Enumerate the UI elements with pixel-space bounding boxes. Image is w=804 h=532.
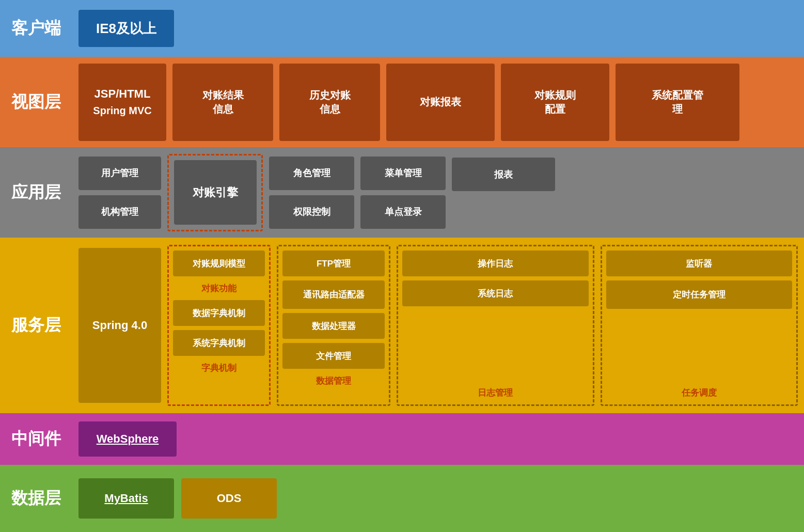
spring-box: Spring 4.0 [78, 248, 161, 403]
middleware-label: 中间件 [0, 413, 72, 465]
mybatis-box: MyBatis [78, 478, 174, 519]
task-schedule-label: 任务调度 [606, 385, 793, 400]
dict-mechanism-label: 字典机制 [173, 360, 265, 375]
service-row: 服务层 Spring 4.0 对账规则模型 对账功能 数据字典机制 系统字典机制… [0, 238, 804, 413]
view-tech-line2: Spring MVC [93, 105, 151, 117]
sys-log: 系统日志 [402, 280, 589, 306]
app-dashed-center: 对账引擎 [167, 154, 263, 231]
data-label: 数据层 [0, 465, 72, 532]
view-label: 视图层 [0, 57, 72, 147]
app-label: 应用层 [0, 147, 72, 238]
timer-task: 定时任务管理 [606, 280, 793, 309]
view-tech-box: JSP/HTML Spring MVC [78, 64, 166, 141]
view-tech-line1: JSP/HTML [94, 87, 151, 101]
app-mid-col: 角色管理 权限控制 [269, 157, 354, 229]
view-box-3: 对账报表 [386, 64, 495, 141]
reconcile-engine-box: 对账引擎 [174, 160, 257, 225]
view-box-2: 历史对账信息 [279, 64, 380, 141]
view-box-1: 对账结果信息 [172, 64, 273, 141]
service-label: 服务层 [0, 238, 72, 413]
data-manage-label: 数据管理 [282, 373, 385, 388]
architecture-diagram: 客户端 IE8及以上 视图层 JSP/HTML Spring MVC 对账结果信… [0, 0, 804, 532]
sys-dict-mechanism: 系统字典机制 [173, 330, 265, 356]
app-row: 应用层 用户管理 机构管理 对账引擎 角色管理 权限控制 菜单管理 单点登录 [0, 147, 804, 238]
role-manage-box: 角色管理 [269, 157, 354, 190]
menu-manage-box: 菜单管理 [360, 157, 446, 190]
client-label: 客户端 [0, 0, 72, 57]
service-dashed-2: FTP管理 通讯路由适配器 数据处理器 文件管理 数据管理 [277, 245, 390, 406]
user-manage-box: 用户管理 [78, 157, 161, 190]
data-row: 数据层 MyBatis ODS [0, 465, 804, 532]
data-processor: 数据处理器 [282, 313, 385, 339]
ftp-manage: FTP管理 [282, 251, 385, 276]
service-dashed-3: 操作日志 系统日志 日志管理 [397, 245, 594, 406]
ods-box: ODS [181, 478, 277, 519]
view-box-4: 对账规则配置 [501, 64, 609, 141]
sso-box: 单点登录 [360, 195, 446, 229]
client-row: 客户端 IE8及以上 [0, 0, 804, 57]
websphere-box: WebSphere [78, 421, 177, 457]
listener: 监听器 [606, 251, 793, 276]
service-dashed-4: 监听器 定时任务管理 任务调度 [601, 245, 798, 406]
middleware-row: 中间件 WebSphere [0, 413, 804, 465]
reconcile-rule-model: 对账规则模型 [173, 251, 265, 276]
view-row: 视图层 JSP/HTML Spring MVC 对账结果信息 历史对账信息 对账… [0, 57, 804, 147]
ie8-box: IE8及以上 [78, 10, 174, 47]
report-box: 报表 [452, 158, 555, 191]
reconcile-func-label: 对账功能 [173, 280, 265, 296]
file-manage: 文件管理 [282, 343, 385, 369]
view-box-5: 系统配置管理 [616, 64, 739, 141]
org-manage-box: 机构管理 [78, 195, 161, 229]
app-left-col: 用户管理 机构管理 [78, 157, 161, 229]
service-dashed-1: 对账规则模型 对账功能 数据字典机制 系统字典机制 字典机制 [167, 245, 271, 406]
log-manage-label: 日志管理 [402, 385, 589, 400]
auth-control-box: 权限控制 [269, 195, 354, 229]
comm-router-adapter: 通讯路由适配器 [282, 280, 385, 309]
op-log: 操作日志 [402, 251, 589, 276]
app-right-col: 菜单管理 单点登录 [360, 157, 446, 229]
data-dict-mechanism: 数据字典机制 [173, 300, 265, 326]
